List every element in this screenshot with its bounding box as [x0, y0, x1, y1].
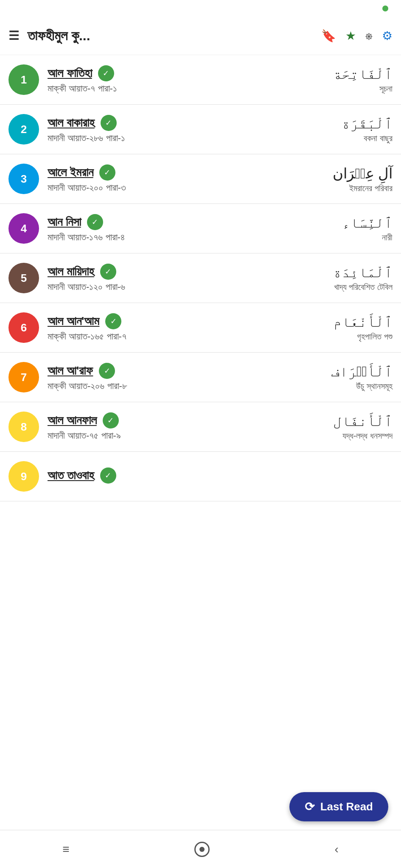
arabic-meaning: যদ্ধ-লদ্ধ ধনসম্পদ	[333, 431, 393, 441]
arabic-name: ٱلْفَاتِحَة	[333, 66, 393, 82]
toolbar: ☰ তাফহীমুল কু... 🔖 ★ ⎈ ⚙	[0, 17, 401, 55]
share-icon[interactable]: ⎈	[365, 29, 373, 43]
surah-name-row: আলে ইমরান ✓	[48, 164, 326, 181]
surah-number-circle: 5	[8, 263, 39, 293]
surah-bn-name: আত তাওবাহ	[48, 469, 94, 483]
arabic-meaning: খাদ্য পরিবেশিত টেবিল	[333, 282, 393, 292]
surah-name-row: আল আ'রাফ ✓	[48, 363, 324, 379]
surah-number-circle: 7	[8, 362, 39, 392]
surah-item[interactable]: 5 আল মায়িদাহ ✓ মাদানী আয়াত-১২০ পারা-৬ …	[0, 253, 401, 303]
surah-number-circle: 3	[8, 164, 39, 194]
arabic-meaning: সূচনা	[333, 84, 393, 94]
surah-meta: মাক্কী আয়াত-৭ পারা-১	[48, 83, 326, 94]
home-nav-icon[interactable]	[194, 842, 210, 857]
check-circle: ✓	[99, 164, 115, 181]
surah-arabic: ٱلْأَعۡرَاف উঁচু স্থানসমূহ	[331, 363, 393, 391]
surah-number-circle: 9	[8, 461, 39, 492]
check-circle: ✓	[87, 214, 103, 230]
surah-meta: মাদানী আয়াত-১২০ পারা-৬	[48, 281, 326, 292]
toolbar-title: তাফহীমুল কু...	[28, 28, 321, 44]
surah-name-row: আল আন'আম ✓	[48, 313, 326, 329]
surah-number-circle: 2	[8, 114, 39, 145]
settings-icon[interactable]: ⚙	[382, 29, 393, 43]
bottom-nav: ≡ ‹	[0, 830, 401, 868]
arabic-name: ٱلْأَعۡرَاف	[331, 363, 393, 380]
menu-nav-icon[interactable]: ≡	[62, 843, 69, 856]
surah-info: আলে ইমরান ✓ মাদানী আয়াত-২০০ পারা-৩	[48, 164, 326, 193]
last-read-label: Last Read	[320, 800, 373, 813]
surah-name-row: আত তাওবাহ ✓	[48, 467, 386, 484]
check-circle: ✓	[100, 467, 116, 484]
surah-arabic: ٱلْأَنْعَام গৃহপালিত পশু	[333, 314, 393, 342]
arabic-meaning: গৃহপালিত পশু	[333, 332, 393, 342]
surah-arabic: ٱلْبَقَرَة বকনা বাছুর	[342, 115, 393, 143]
signal-dot	[382, 6, 388, 11]
surah-arabic: ٱلْأَنفَال যদ্ধ-লদ্ধ ধনসম্পদ	[333, 413, 393, 441]
bookmark-icon[interactable]: 🔖	[321, 29, 336, 43]
surah-meta: মাদানী আয়াত-২০০ পারা-৩	[48, 182, 326, 193]
surah-info: আল মায়িদাহ ✓ মাদানী আয়াত-১২০ পারা-৬	[48, 264, 326, 292]
surah-arabic: ٱلْفَاتِحَة সূচনা	[333, 66, 393, 94]
arabic-meaning: নারী	[342, 233, 393, 242]
surah-item[interactable]: 3 আলে ইমরান ✓ মাদানী আয়াত-২০০ পারা-৩ آل…	[0, 154, 401, 204]
surah-name-row: আল ফাতিহা ✓	[48, 65, 326, 81]
surah-bn-name: আল আ'রাফ	[48, 364, 93, 378]
surah-bn-name: আলে ইমরান	[48, 166, 93, 180]
arabic-name: ٱلْأَنْعَام	[333, 314, 393, 330]
check-circle: ✓	[103, 412, 119, 428]
surah-item[interactable]: 1 আল ফাতিহা ✓ মাক্কী আয়াত-৭ পারা-১ ٱلْف…	[0, 55, 401, 105]
surah-info: আন নিসা ✓ মাদানী আয়াত-১৭৬ পারা-৪	[48, 214, 335, 243]
surah-info: আল বাকারাহ ✓ মাদানী আয়াত-২৮৬ পারা-১	[48, 115, 335, 144]
arabic-meaning: বকনা বাছুর	[342, 134, 393, 143]
surah-item[interactable]: 6 আল আন'আম ✓ মাক্কী আয়াত-১৬৫ পারা-৭ ٱلْ…	[0, 303, 401, 353]
last-read-icon: ⟳	[305, 800, 314, 814]
surah-bn-name: আল আন'আম	[48, 314, 99, 328]
arabic-name: آلِ عِمۡرَان	[333, 165, 393, 182]
surah-number-circle: 6	[8, 312, 39, 343]
check-circle: ✓	[101, 115, 117, 131]
hamburger-icon[interactable]: ☰	[8, 29, 19, 43]
surah-arabic: آلِ عِمۡرَان ইমরানের পরিবার	[333, 165, 393, 193]
surah-bn-name: আল আনফাল	[48, 414, 97, 428]
surah-number-circle: 8	[8, 412, 39, 442]
surah-bn-name: আল বাকারাহ	[48, 116, 95, 130]
check-circle: ✓	[105, 313, 121, 329]
arabic-name: ٱلْأَنفَال	[333, 413, 393, 429]
surah-name-row: আল আনফাল ✓	[48, 412, 326, 428]
surah-meta: মাদানী আয়াত-২৮৬ পারা-১	[48, 133, 335, 144]
check-circle: ✓	[99, 363, 115, 379]
surah-item[interactable]: 9 আত তাওবাহ ✓	[0, 452, 401, 501]
toolbar-actions: 🔖 ★ ⎈ ⚙	[321, 29, 393, 43]
surah-item[interactable]: 4 আন নিসা ✓ মাদানী আয়াত-১৭৬ পারা-৪ ٱلنِ…	[0, 204, 401, 253]
surah-info: আল আন'আম ✓ মাক্কী আয়াত-১৬৫ পারা-৭	[48, 313, 326, 342]
arabic-meaning: ইমরানের পরিবার	[333, 184, 393, 193]
surah-list: 1 আল ফাতিহা ✓ মাক্কী আয়াত-৭ পারা-১ ٱلْف…	[0, 55, 401, 501]
surah-arabic: ٱلْمَائِدَة খাদ্য পরিবেশিত টেবিল	[333, 264, 393, 292]
surah-bn-name: আল ফাতিহা	[48, 67, 92, 81]
surah-info: আল আ'রাফ ✓ মাক্কী আয়াত-২০৬ পারা-৮	[48, 363, 324, 392]
home-nav-inner	[199, 847, 205, 852]
check-circle: ✓	[100, 264, 116, 280]
arabic-name: ٱلْمَائِدَة	[333, 264, 393, 281]
surah-meta: মাদানী আয়াত-১৭৬ পারা-৪	[48, 232, 335, 243]
surah-item[interactable]: 7 আল আ'রাফ ✓ মাক্কী আয়াত-২০৬ পারা-৮ ٱلْ…	[0, 353, 401, 402]
surah-info: আত তাওবাহ ✓	[48, 467, 386, 485]
back-nav-icon[interactable]: ‹	[334, 843, 338, 856]
surah-meta: মাক্কী আয়াত-২০৬ পারা-৮	[48, 381, 324, 392]
star-icon[interactable]: ★	[345, 29, 356, 43]
surah-item[interactable]: 8 আল আনফাল ✓ মাদানী আয়াত-৭৫ পারা-৯ ٱلْأ…	[0, 402, 401, 452]
surah-bn-name: আন নিসা	[48, 215, 81, 229]
surah-name-row: আল মায়িদাহ ✓	[48, 264, 326, 280]
surah-info: আল ফাতিহা ✓ মাক্কী আয়াত-৭ পারা-১	[48, 65, 326, 94]
surah-name-row: আন নিসা ✓	[48, 214, 335, 230]
last-read-button[interactable]: ⟳ Last Read	[289, 792, 388, 821]
surah-item[interactable]: 2 আল বাকারাহ ✓ মাদানী আয়াত-২৮৬ পারা-১ ٱ…	[0, 105, 401, 154]
check-circle: ✓	[98, 65, 114, 81]
surah-info: আল আনফাল ✓ মাদানী আয়াত-৭৫ পারা-৯	[48, 412, 326, 441]
status-bar	[0, 0, 401, 17]
surah-name-row: আল বাকারাহ ✓	[48, 115, 335, 131]
surah-number-circle: 4	[8, 213, 39, 244]
surah-meta: মাদানী আয়াত-৭৫ পারা-৯	[48, 430, 326, 441]
arabic-name: ٱلْبَقَرَة	[342, 115, 393, 132]
arabic-meaning: উঁচু স্থানসমূহ	[331, 381, 393, 391]
